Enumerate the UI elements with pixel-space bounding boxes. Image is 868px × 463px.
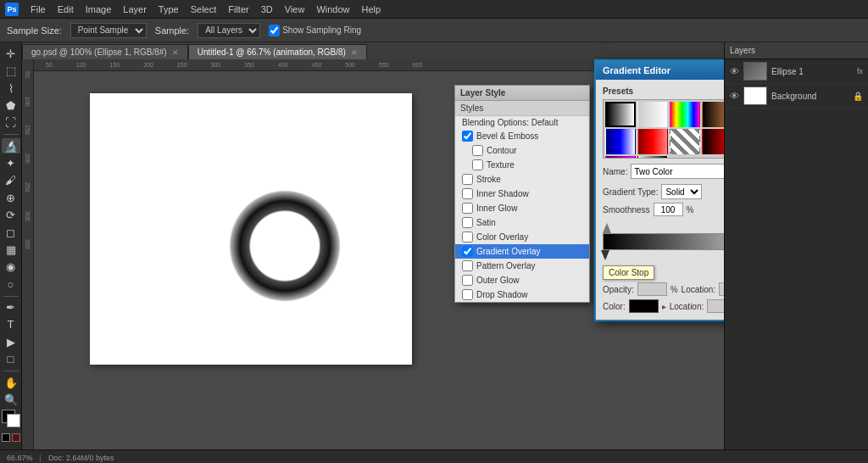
opacity-location-input[interactable] bbox=[719, 282, 724, 296]
opacity-stop-left[interactable] bbox=[603, 223, 611, 233]
path-select-tool[interactable]: ▶ bbox=[2, 334, 20, 349]
mode-buttons bbox=[2, 432, 20, 443]
eyedropper-tool[interactable]: 🔬 bbox=[2, 138, 20, 153]
menu-filter[interactable]: Filter bbox=[228, 4, 248, 14]
type-tool[interactable]: T bbox=[2, 317, 20, 332]
layer-ellipse-1[interactable]: 👁 Ellipse 1 fx bbox=[725, 59, 868, 84]
dodge-tool[interactable]: ○ bbox=[2, 276, 20, 292]
ls-inner-shadow[interactable]: Inner Shadow bbox=[455, 187, 589, 201]
standard-mode[interactable] bbox=[2, 433, 10, 442]
ls-color-overlay[interactable]: Color Overlay bbox=[455, 230, 589, 244]
layer-visibility-ellipse[interactable]: 👁 bbox=[730, 66, 739, 76]
preset-blue[interactable] bbox=[605, 129, 636, 154]
name-input[interactable] bbox=[631, 164, 724, 179]
show-ring-label[interactable]: Show Sampling Ring bbox=[269, 23, 361, 38]
preset-gr5[interactable] bbox=[605, 156, 636, 159]
menu-image[interactable]: Image bbox=[86, 4, 112, 14]
color-stop-left[interactable] bbox=[601, 250, 609, 260]
canvas-tab-1[interactable]: Untitled-1 @ 66.7% (animation, RGB/8) ✕ bbox=[188, 44, 367, 59]
smoothness-input[interactable] bbox=[654, 203, 683, 216]
gradient-editor-title: Gradient Editor bbox=[603, 65, 670, 75]
blending-options[interactable]: Blending Options: Default bbox=[455, 116, 589, 129]
ls-texture[interactable]: Texture bbox=[455, 158, 589, 172]
menu-help[interactable]: Help bbox=[362, 4, 381, 14]
layer-background[interactable]: 👁 Background 🔒 bbox=[725, 84, 868, 109]
ls-satin[interactable]: Satin bbox=[455, 215, 589, 230]
opacity-input[interactable] bbox=[637, 282, 667, 296]
gradient-type-select[interactable]: Solid Noise bbox=[661, 184, 702, 199]
ls-texture-checkbox[interactable] bbox=[472, 159, 483, 170]
preset-red[interactable] bbox=[637, 129, 668, 154]
menu-edit[interactable]: Edit bbox=[58, 4, 74, 14]
menu-window[interactable]: Window bbox=[316, 4, 349, 14]
lasso-tool[interactable]: ⌇ bbox=[2, 81, 20, 96]
layer-style-dialog: Layer Style Styles Blending Options: Def… bbox=[454, 85, 590, 303]
shape-tool[interactable]: □ bbox=[2, 352, 20, 367]
ls-contour[interactable]: Contour bbox=[455, 143, 589, 158]
clone-tool[interactable]: ⊕ bbox=[2, 190, 20, 205]
preset-transparent[interactable] bbox=[637, 102, 668, 127]
menu-type[interactable]: Type bbox=[159, 4, 179, 14]
preset-bw[interactable] bbox=[605, 102, 636, 127]
spot-heal-tool[interactable]: ✦ bbox=[2, 155, 20, 170]
ls-bevel-emboss[interactable]: Bevel & Emboss bbox=[455, 129, 589, 143]
marquee-tool[interactable]: ⬚ bbox=[2, 63, 20, 78]
ellipse-shape bbox=[200, 161, 370, 331]
menu-3d[interactable]: 3D bbox=[261, 4, 273, 14]
ls-gradient-overlay-checkbox[interactable] bbox=[462, 246, 473, 257]
color-location-input[interactable] bbox=[707, 299, 724, 313]
brush-tool[interactable]: 🖌 bbox=[2, 173, 20, 188]
ls-bevel-emboss-checkbox[interactable] bbox=[462, 131, 473, 142]
menu-file[interactable]: File bbox=[31, 4, 46, 14]
ls-pattern-overlay[interactable]: Pattern Overlay bbox=[455, 259, 589, 273]
color-stops: Color Stop bbox=[603, 250, 724, 265]
eraser-tool[interactable]: ◻ bbox=[2, 225, 20, 240]
move-tool[interactable]: ✛ bbox=[2, 46, 20, 61]
ls-drop-shadow-checkbox[interactable] bbox=[462, 289, 473, 300]
show-ring-checkbox[interactable] bbox=[269, 23, 280, 38]
preset-rainbow[interactable] bbox=[670, 102, 700, 127]
close-tab-1[interactable]: ✕ bbox=[351, 48, 358, 57]
ls-outer-glow-checkbox[interactable] bbox=[462, 275, 473, 286]
color-arrow[interactable]: ▸ bbox=[662, 302, 666, 311]
preset-gr1[interactable] bbox=[670, 129, 700, 154]
ls-inner-glow[interactable]: Inner Glow bbox=[455, 201, 589, 215]
layer-fx-ellipse[interactable]: fx bbox=[857, 67, 863, 75]
ls-contour-checkbox[interactable] bbox=[472, 145, 483, 156]
ls-inner-glow-checkbox[interactable] bbox=[462, 203, 473, 214]
layer-visibility-bg[interactable]: 👁 bbox=[730, 91, 739, 101]
ls-color-overlay-checkbox[interactable] bbox=[462, 232, 473, 243]
zoom-tool[interactable]: 🔍 bbox=[2, 392, 20, 407]
smoothness-pct: % bbox=[687, 205, 694, 215]
preset-gr2[interactable] bbox=[702, 129, 724, 154]
ls-stroke-checkbox[interactable] bbox=[462, 174, 473, 185]
ls-gradient-overlay[interactable]: Gradient Overlay bbox=[455, 244, 589, 259]
menu-view[interactable]: View bbox=[285, 4, 305, 14]
blur-tool[interactable]: ◉ bbox=[2, 259, 20, 275]
quick-select-tool[interactable]: ⬟ bbox=[2, 98, 20, 113]
history-tool[interactable]: ⟳ bbox=[2, 208, 20, 223]
menu-select[interactable]: Select bbox=[191, 4, 217, 14]
ls-drop-shadow[interactable]: Drop Shadow bbox=[455, 287, 589, 302]
crop-tool[interactable]: ⛶ bbox=[2, 115, 20, 131]
canvas-tab-0[interactable]: go.psd @ 100% (Ellipse 1, RGB/8#) ✕ bbox=[22, 44, 188, 59]
quick-mask[interactable] bbox=[12, 433, 20, 442]
ls-inner-shadow-checkbox[interactable] bbox=[462, 188, 473, 199]
ls-pattern-overlay-checkbox[interactable] bbox=[462, 260, 473, 271]
preset-gr6[interactable] bbox=[637, 156, 668, 159]
hand-tool[interactable]: ✋ bbox=[2, 375, 20, 390]
smoothness-row: Smoothness % bbox=[603, 203, 724, 216]
color-swatch[interactable] bbox=[629, 299, 659, 313]
menu-layer[interactable]: Layer bbox=[123, 4, 147, 14]
ls-satin-checkbox[interactable] bbox=[462, 217, 473, 228]
sample-select[interactable]: All Layers bbox=[198, 23, 260, 38]
gradient-tool[interactable]: ▦ bbox=[2, 242, 20, 257]
sample-size-select[interactable]: Point Sample bbox=[70, 23, 147, 38]
pen-tool[interactable]: ✒ bbox=[2, 299, 20, 315]
close-tab-0[interactable]: ✕ bbox=[172, 48, 179, 57]
ls-outer-glow[interactable]: Outer Glow bbox=[455, 273, 589, 287]
preset-copper[interactable] bbox=[702, 102, 724, 127]
ls-stroke[interactable]: Stroke bbox=[455, 172, 589, 187]
presets-label: Presets ⚙ bbox=[603, 86, 724, 96]
background-color[interactable] bbox=[7, 414, 20, 427]
